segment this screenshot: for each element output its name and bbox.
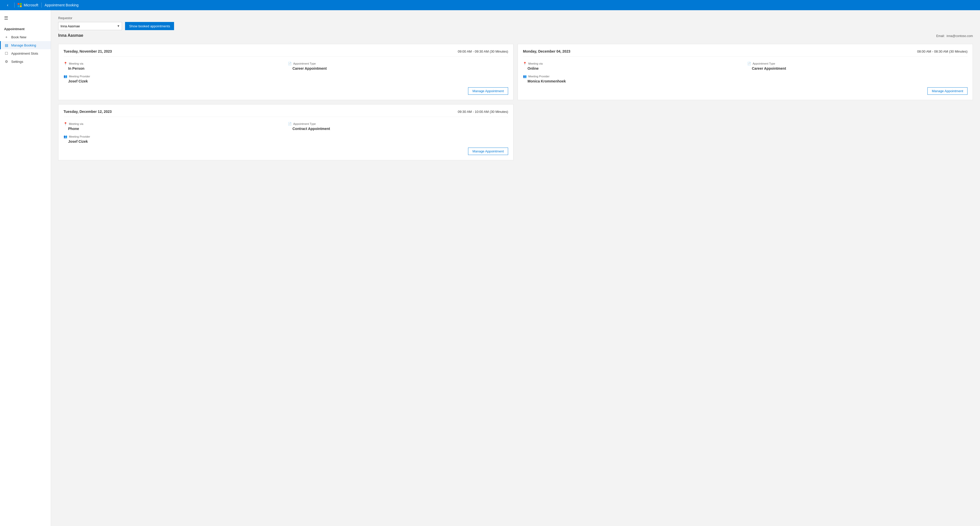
meeting-provider-field: 👥 Meeting Provider Monica Krommenhoek [523,75,743,83]
card-fields-2: 👥 Meeting Provider Josef Cizek [64,135,508,143]
requestor-select-wrapper: Inna Aasmae ▼ [58,22,122,30]
document-icon: 📄 [288,62,292,65]
meeting-via-field: 📍 Meeting via In Person [64,62,284,70]
appointment-type-label-row: 📄 Appointment Type [747,62,967,65]
appointments-grid: Tuesday, November 21, 2023 09:00 AM - 09… [58,44,973,160]
meeting-via-field: 📍 Meeting via Online [523,62,743,70]
card-date: Tuesday, December 12, 2023 [64,110,112,114]
topbar: ‹ Microsoft Appointment Booking [0,0,980,10]
requestor-label: Requestor [58,16,973,20]
email-value: inna@contoso.com [947,34,973,38]
requestor-select[interactable]: Inna Aasmae [58,22,122,30]
sidebar-item-label: Settings [11,60,23,64]
appointment-type-field: 📄 Appointment Type Career Appointment [747,62,967,70]
meeting-provider-field: 👥 Meeting Provider Josef Cizek [64,135,284,143]
main-content: Requestor Inna Aasmae ▼ Show booked appo… [51,10,980,526]
manage-appointment-button[interactable]: Manage Appointment [468,87,508,95]
card-fields: 📍 Meeting via In Person 📄 Appointment Ty… [64,62,508,70]
sidebar-item-book-new[interactable]: + Book New [0,33,51,41]
appointment-card: Tuesday, November 21, 2023 09:00 AM - 09… [58,44,514,100]
meeting-via-label-row: 📍 Meeting via [523,62,743,65]
card-fields-2: 👥 Meeting Provider Josef Cizek [64,75,508,83]
microsoft-text: Microsoft [24,3,38,7]
appointment-card: Monday, December 04, 2023 08:00 AM - 08:… [517,44,973,100]
card-footer: Manage Appointment [64,148,508,155]
meeting-provider-value: Josef Cizek [64,79,284,83]
card-time: 08:00 AM - 08:30 AM (30 Minutes) [917,49,967,53]
meeting-via-value: In Person [64,66,284,70]
person-icon: 👥 [64,75,67,78]
appointment-type-value: Contract Appointment [288,127,508,131]
card-fields: 📍 Meeting via Phone 📄 Appointment Type C… [64,122,508,131]
manage-appointment-button[interactable]: Manage Appointment [468,148,508,155]
appointment-type-field: 📄 Appointment Type Career Appointment [288,62,508,70]
card-date: Monday, December 04, 2023 [523,49,570,53]
meeting-via-label: Meeting via [69,62,83,65]
sidebar-item-appointment-slots[interactable]: ☐ Appointment Slots [0,49,51,57]
appointment-type-field: 📄 Appointment Type Contract Appointment [288,122,508,131]
email-label: Email: [936,34,945,38]
meeting-via-value: Phone [64,127,284,131]
requestor-info-row: Inna Aasmae Email: inna@contoso.com [58,33,973,39]
sidebar: ☰ Appointment + Book New ▤ Manage Bookin… [0,10,51,526]
meeting-provider-field: 👥 Meeting Provider Josef Cizek [64,75,284,83]
gear-icon: ⚙ [4,59,9,64]
person-icon: 👥 [523,75,527,78]
meeting-provider-label: Meeting Provider [69,75,90,78]
location-icon: 📍 [523,62,527,65]
document-icon: 📄 [288,122,292,126]
meeting-provider-label-row: 👥 Meeting Provider [64,135,284,139]
appointment-type-label-row: 📄 Appointment Type [288,122,508,126]
appointment-card: Tuesday, December 12, 2023 09:30 AM - 10… [58,104,514,160]
meeting-provider-label: Meeting Provider [528,75,549,78]
document-icon: 📄 [747,62,751,65]
card-time: 09:30 AM - 10:00 AM (30 Minutes) [458,110,508,114]
manage-appointment-button[interactable]: Manage Appointment [928,87,967,95]
meeting-provider-label-row: 👥 Meeting Provider [64,75,284,78]
sidebar-item-label: Book New [11,35,26,39]
appointment-type-label: Appointment Type [293,62,316,65]
meeting-via-value: Online [523,66,743,70]
appointment-type-value: Career Appointment [288,66,508,70]
card-footer: Manage Appointment [523,87,967,95]
requestor-email: Email: inna@contoso.com [83,34,973,38]
card-header: Tuesday, December 12, 2023 09:30 AM - 10… [64,110,508,117]
card-date: Tuesday, November 21, 2023 [64,49,112,53]
hamburger-button[interactable]: ☰ [0,13,51,23]
card-footer: Manage Appointment [64,87,508,95]
location-icon: 📍 [64,62,67,65]
card-time: 09:00 AM - 09:30 AM (30 Minutes) [458,49,508,53]
show-booked-button[interactable]: Show booked appointments [125,22,174,30]
sidebar-item-label: Appointment Slots [11,52,38,56]
appointment-type-label: Appointment Type [293,122,316,125]
microsoft-logo-icon [18,3,22,7]
sidebar-item-manage-booking[interactable]: ▤ Manage Booking [0,41,51,49]
card-header: Tuesday, November 21, 2023 09:00 AM - 09… [64,49,508,57]
app-name: Appointment Booking [45,3,79,7]
meeting-via-label: Meeting via [69,122,83,125]
sidebar-section-title: Appointment [0,25,51,33]
card-fields: 📍 Meeting via Online 📄 Appointment Type … [523,62,967,70]
location-icon: 📍 [64,122,67,126]
requestor-row: Inna Aasmae ▼ Show booked appointments [58,22,973,30]
plus-icon: + [4,35,9,39]
person-icon: 👥 [64,135,67,139]
sidebar-item-label: Manage Booking [11,43,36,47]
appointment-type-value: Career Appointment [747,66,967,70]
appointment-type-label-row: 📄 Appointment Type [288,62,508,65]
calendar-icon: ☐ [4,51,9,56]
layout: ☰ Appointment + Book New ▤ Manage Bookin… [0,10,980,526]
meeting-via-field: 📍 Meeting via Phone [64,122,284,131]
card-fields-2: 👥 Meeting Provider Monica Krommenhoek [523,75,967,83]
list-icon: ▤ [4,43,9,47]
meeting-provider-value: Monica Krommenhoek [523,79,743,83]
microsoft-logo-area[interactable]: Microsoft [18,3,38,7]
meeting-via-label: Meeting via [528,62,542,65]
card-header: Monday, December 04, 2023 08:00 AM - 08:… [523,49,967,57]
requestor-name: Inna Aasmae [58,33,83,38]
meeting-provider-label: Meeting Provider [69,135,90,138]
back-button[interactable]: ‹ [4,2,11,9]
meeting-via-label-row: 📍 Meeting via [64,62,284,65]
sidebar-item-settings[interactable]: ⚙ Settings [0,57,51,65]
appointment-type-label: Appointment Type [752,62,775,65]
